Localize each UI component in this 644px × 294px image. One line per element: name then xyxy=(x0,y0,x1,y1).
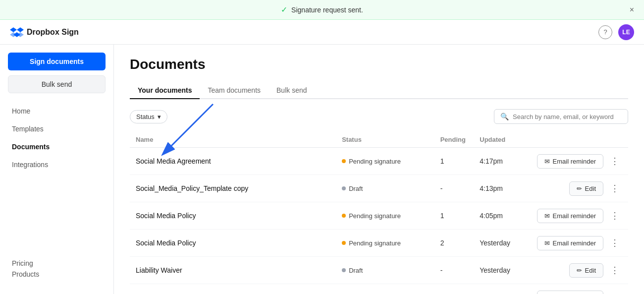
pending-count: 1 xyxy=(440,157,444,165)
edit-label: Edit xyxy=(585,267,596,274)
col-header-pending: Pending xyxy=(434,132,474,148)
email-reminder-button[interactable]: ✉ Email reminder xyxy=(537,209,603,223)
table-row: Liability Waiver Draft - Yesterday ✏ Edi… xyxy=(130,257,628,284)
tab-your-documents[interactable]: Your documents xyxy=(130,82,200,99)
status-dot xyxy=(342,241,346,245)
edit-icon: ✏ xyxy=(577,267,582,274)
doc-name: Social Media Policy xyxy=(136,212,196,220)
col-header-name: Name xyxy=(130,132,336,148)
actions-cell: ✉ Email reminder ⋮ xyxy=(537,154,622,169)
email-reminder-label: Email reminder xyxy=(553,212,596,220)
notification-close-button[interactable]: × xyxy=(630,5,634,14)
status-text: Draft xyxy=(349,185,363,192)
status-cell: Pending signature xyxy=(342,158,429,165)
sidebar-bottom: Pricing Products xyxy=(0,259,113,286)
more-options-button[interactable]: ⋮ xyxy=(607,208,622,223)
notification-message: Signature request sent. xyxy=(291,6,363,14)
updated-time: 4:13pm xyxy=(480,184,503,192)
search-input[interactable] xyxy=(513,113,622,120)
header-right: ? LE xyxy=(598,24,634,40)
pending-count: 1 xyxy=(440,212,444,220)
sidebar-item-documents[interactable]: Documents xyxy=(8,139,106,155)
actions-cell: ✉ Email reminder ⋮ xyxy=(537,208,622,223)
edit-label: Edit xyxy=(585,185,596,192)
status-filter-label: Status xyxy=(136,113,155,120)
status-dot xyxy=(342,186,346,190)
updated-time: 4:17pm xyxy=(480,157,503,165)
pending-count: 2 xyxy=(440,239,444,247)
sidebar-top: Sign documents Bulk send Home Templates … xyxy=(0,53,113,173)
status-text: Pending signature xyxy=(349,212,401,220)
more-options-button[interactable]: ⋮ xyxy=(607,181,622,196)
help-button[interactable]: ? xyxy=(598,25,612,39)
status-cell: Pending signature xyxy=(342,239,429,247)
actions-cell: ✉ Email reminder ⋮ xyxy=(537,235,622,250)
more-options-button[interactable]: ⋮ xyxy=(607,263,622,278)
updated-time: Yesterday xyxy=(480,239,510,247)
doc-name: Liability Waiver xyxy=(136,266,182,274)
status-dot xyxy=(342,268,346,272)
search-icon: 🔍 xyxy=(500,113,509,120)
edit-button[interactable]: ✏ Edit xyxy=(569,263,603,278)
bulk-send-button[interactable]: Bulk send xyxy=(8,75,106,93)
tab-team-documents[interactable]: Team documents xyxy=(200,82,268,99)
mail-icon: ✉ xyxy=(544,158,550,165)
check-icon: ✓ xyxy=(281,5,287,14)
more-options-button[interactable]: ⋮ xyxy=(607,154,622,169)
svg-marker-1 xyxy=(17,27,24,32)
sidebar: Sign documents Bulk send Home Templates … xyxy=(0,45,114,294)
status-text: Pending signature xyxy=(349,239,401,247)
email-reminder-button[interactable]: ✉ Email reminder xyxy=(537,236,603,250)
col-header-updated: Updated xyxy=(474,132,531,148)
status-text: Draft xyxy=(349,267,363,274)
notification-banner: ✓ Signature request sent. × xyxy=(0,0,644,20)
table-row: Social_Media_Policy_Template copy Draft … xyxy=(130,175,628,202)
tabs-container: Your documents Team documents Bulk send xyxy=(130,82,628,99)
email-reminder-button[interactable]: ✉ Email reminder xyxy=(537,291,603,294)
more-options-button[interactable]: ⋮ xyxy=(607,290,622,294)
main-layout: Sign documents Bulk send Home Templates … xyxy=(0,45,644,294)
pending-count: - xyxy=(440,184,443,192)
col-header-actions xyxy=(531,132,628,148)
sidebar-item-integrations[interactable]: Integrations xyxy=(8,157,106,173)
status-text: Pending signature xyxy=(349,158,401,165)
email-reminder-button[interactable]: ✉ Email reminder xyxy=(537,154,603,169)
edit-icon: ✏ xyxy=(577,185,582,192)
search-box: 🔍 xyxy=(494,109,628,124)
svg-marker-0 xyxy=(10,27,17,32)
table-row: Social Media Policy Pending signature 2 … xyxy=(130,230,628,257)
status-filter-button[interactable]: Status ▾ xyxy=(130,110,167,123)
logo: Dropbox Sign xyxy=(10,27,79,37)
doc-name: Social_Media_Policy_Template copy xyxy=(136,184,248,192)
documents-table: Name Status Pending Updated Social Media… xyxy=(130,132,628,294)
email-reminder-label: Email reminder xyxy=(553,158,596,165)
updated-time: 4:05pm xyxy=(480,212,503,220)
actions-cell: ✏ Edit ⋮ xyxy=(537,181,622,196)
updated-time: Yesterday xyxy=(480,266,510,274)
status-dot xyxy=(342,214,346,218)
sign-documents-button[interactable]: Sign documents xyxy=(8,53,106,70)
sidebar-item-templates[interactable]: Templates xyxy=(8,121,106,137)
more-options-button[interactable]: ⋮ xyxy=(607,235,622,250)
email-reminder-label: Email reminder xyxy=(553,239,596,247)
user-avatar[interactable]: LE xyxy=(618,24,634,40)
pricing-link[interactable]: Pricing xyxy=(12,259,102,267)
doc-name: Social Media Agreement xyxy=(136,157,211,165)
actions-cell: ✏ Edit ⋮ xyxy=(537,263,622,278)
status-cell: Pending signature xyxy=(342,212,429,220)
status-dot xyxy=(342,159,346,163)
mail-icon: ✉ xyxy=(544,212,550,220)
pending-count: - xyxy=(440,266,443,274)
toolbar: Status ▾ 🔍 xyxy=(130,109,628,124)
tab-bulk-send[interactable]: Bulk send xyxy=(268,82,315,99)
table-row: Socical Policy Pending signature 2 Feb 1… xyxy=(130,284,628,294)
status-cell: Draft xyxy=(342,267,429,274)
status-cell: Draft xyxy=(342,185,429,192)
products-link[interactable]: Products xyxy=(12,270,102,278)
edit-button[interactable]: ✏ Edit xyxy=(569,181,603,196)
sidebar-item-home[interactable]: Home xyxy=(8,103,106,119)
dropbox-sign-logo-icon xyxy=(10,27,24,37)
actions-cell: ✉ Email reminder ⋮ xyxy=(537,290,622,294)
table-row: Social Media Agreement Pending signature… xyxy=(130,148,628,175)
main-content: Documents Your documents Team documents … xyxy=(114,45,644,294)
